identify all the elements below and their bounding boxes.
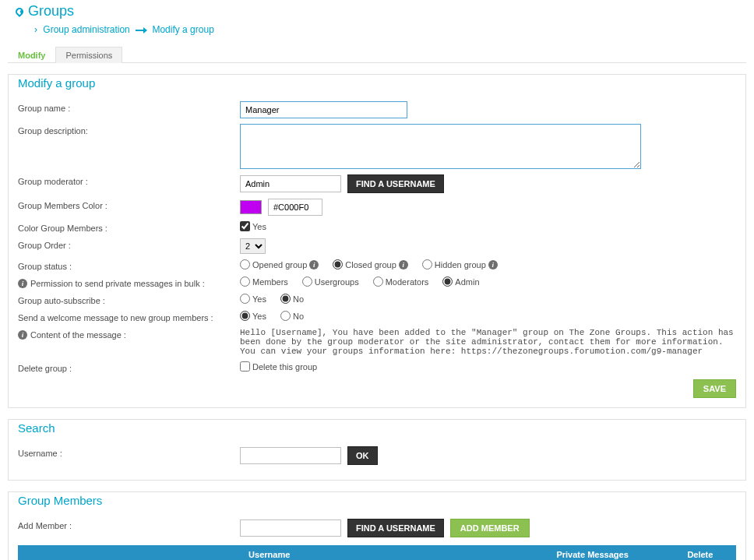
label-bulk-perm: i Permission to send private messages in…: [18, 276, 240, 288]
members-legend: Group Members: [18, 494, 736, 507]
page-title-text: Groups: [28, 3, 74, 19]
label-moderator: Group moderator :: [18, 174, 240, 186]
add-member-button[interactable]: ADD MEMBER: [450, 519, 530, 537]
welcome-no-radio[interactable]: [280, 311, 291, 321]
th-pm: Private Messages: [520, 545, 664, 560]
tab-modify[interactable]: Modify: [8, 47, 55, 63]
members-panel: Group Members Add Member : FIND A USERNA…: [8, 491, 746, 560]
page-title: Groups: [8, 3, 746, 19]
breadcrumb-item[interactable]: Modify a group: [152, 24, 213, 35]
add-member-input[interactable]: [240, 519, 341, 537]
color-members-checkbox[interactable]: [240, 221, 250, 231]
label-color: Group Members Color :: [18, 199, 240, 210]
info-icon[interactable]: i: [18, 330, 27, 340]
tabs: Modify Permissions: [8, 46, 746, 63]
label-msg-content: i Content of the message :: [18, 328, 240, 340]
status-hidden-radio[interactable]: [422, 259, 432, 269]
color-members-yes: Yes: [252, 222, 266, 231]
search-legend: Search: [18, 421, 736, 435]
status-opened-radio[interactable]: [240, 259, 250, 269]
breadcrumb-sep-icon: ›: [34, 24, 37, 35]
search-username-input[interactable]: [240, 447, 341, 464]
label-welcome: Send a welcome message to new group memb…: [18, 311, 240, 322]
auto-no-radio[interactable]: [280, 294, 291, 304]
info-icon[interactable]: i: [399, 260, 408, 269]
label-status: Group status :: [18, 259, 240, 271]
th-delete: Delete: [664, 545, 736, 560]
find-username-button[interactable]: FIND A USERNAME: [347, 519, 444, 537]
bulk-usergroups-radio[interactable]: [302, 276, 312, 287]
page-header: Groups › Group administration Modify a g…: [8, 0, 746, 46]
members-table: Username Private Messages Delete Terri: [18, 545, 736, 560]
tab-permissions[interactable]: Permissions: [55, 47, 122, 63]
color-hex-input[interactable]: [268, 199, 322, 216]
info-icon[interactable]: i: [488, 260, 498, 269]
label-group-desc: Group description:: [18, 124, 240, 136]
label-delete: Delete group :: [18, 361, 240, 373]
bulk-members-radio[interactable]: [240, 276, 250, 287]
label-auto-subscribe: Group auto-subscribe :: [18, 294, 240, 305]
modify-legend: Modify a group: [18, 76, 736, 90]
breadcrumb-item[interactable]: Group administration: [43, 24, 129, 35]
status-closed-radio[interactable]: [333, 259, 343, 269]
label-color-members: Color Group Members :: [18, 221, 240, 233]
label-group-name: Group name :: [18, 101, 240, 113]
arrow-right-icon: [136, 30, 146, 31]
label-order: Group Order :: [18, 238, 240, 250]
label-search-username: Username :: [18, 446, 240, 458]
breadcrumb: › Group administration Modify a group: [8, 19, 746, 40]
color-swatch[interactable]: [240, 200, 262, 214]
welcome-message-text: Hello [Username], You have been added to…: [240, 328, 736, 356]
group-description-input[interactable]: [240, 124, 641, 169]
welcome-yes-radio[interactable]: [240, 311, 250, 321]
group-name-input[interactable]: [240, 101, 407, 118]
find-username-button[interactable]: FIND A USERNAME: [347, 174, 444, 193]
search-panel: Search Username : OK: [8, 419, 746, 481]
moderator-input[interactable]: [240, 175, 341, 192]
search-ok-button[interactable]: OK: [347, 446, 378, 465]
info-icon[interactable]: i: [309, 260, 319, 269]
modify-panel: Modify a group Group name : Group descri…: [8, 74, 746, 408]
label-add-member: Add Member :: [18, 519, 240, 530]
pin-icon: [14, 5, 25, 16]
group-order-select[interactable]: 2: [240, 238, 266, 254]
th-username: Username: [18, 545, 520, 560]
auto-yes-radio[interactable]: [240, 294, 250, 304]
bulk-admin-radio[interactable]: [442, 276, 453, 287]
save-button[interactable]: SAVE: [693, 379, 736, 398]
delete-group-checkbox[interactable]: [240, 361, 250, 372]
bulk-moderators-radio[interactable]: [373, 276, 383, 287]
info-icon[interactable]: i: [18, 279, 27, 288]
